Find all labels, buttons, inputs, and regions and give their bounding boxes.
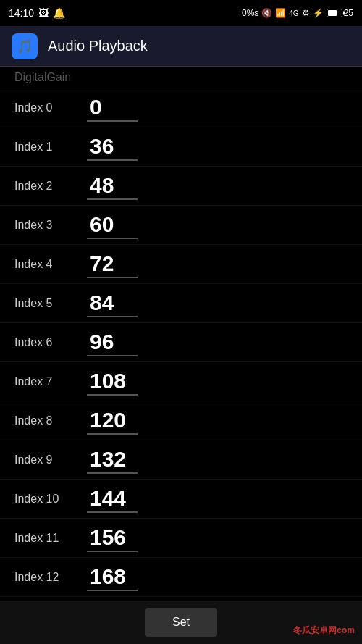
item-label: Index 1 bbox=[14, 141, 87, 154]
item-value[interactable]: 48 bbox=[87, 172, 138, 200]
item-label: Index 10 bbox=[14, 493, 87, 506]
list-item[interactable]: Index 12168 bbox=[0, 558, 362, 597]
item-label: Index 9 bbox=[14, 453, 87, 467]
battery-indicator: 25 bbox=[327, 8, 353, 18]
item-value[interactable]: 36 bbox=[87, 133, 138, 161]
list-item[interactable]: Index 8120 bbox=[0, 401, 362, 440]
charge-icon: ⚡ bbox=[313, 8, 324, 18]
item-label: Index 0 bbox=[14, 101, 87, 114]
app-icon: 🎵 bbox=[12, 33, 38, 59]
list-item[interactable]: Index 7108 bbox=[0, 362, 362, 401]
partial-top-label: DigitalGain bbox=[14, 71, 87, 84]
item-value[interactable]: 0 bbox=[87, 93, 138, 122]
item-label: Index 8 bbox=[14, 414, 87, 427]
list-item[interactable]: Index 360 bbox=[0, 206, 362, 245]
item-value[interactable]: 132 bbox=[87, 446, 138, 474]
time-display: 14:10 bbox=[9, 7, 34, 19]
content-area[interactable]: DigitalGain Index 00Index 136Index 248In… bbox=[0, 67, 362, 601]
wifi-icon: 📶 bbox=[275, 8, 286, 18]
items-list: Index 00Index 136Index 248Index 360Index… bbox=[0, 88, 362, 601]
list-item[interactable]: Index 584 bbox=[0, 284, 362, 323]
image-icon: 🖼 bbox=[38, 7, 49, 19]
bottom-bar: Set bbox=[0, 601, 362, 644]
item-label: Index 6 bbox=[14, 336, 87, 349]
list-item[interactable]: Index 248 bbox=[0, 167, 362, 206]
item-label: Index 4 bbox=[14, 258, 87, 271]
item-value[interactable]: 96 bbox=[87, 328, 138, 356]
list-item[interactable]: Index 9132 bbox=[0, 440, 362, 480]
item-label: Index 3 bbox=[14, 219, 87, 232]
item-value[interactable]: 156 bbox=[87, 524, 138, 552]
item-value[interactable]: 72 bbox=[87, 250, 138, 278]
item-value[interactable]: 84 bbox=[87, 289, 138, 317]
item-value[interactable]: 168 bbox=[87, 563, 138, 591]
list-item[interactable]: Index 11156 bbox=[0, 519, 362, 558]
mute-icon: 🔇 bbox=[261, 8, 272, 18]
app-icon-symbol: 🎵 bbox=[17, 38, 33, 54]
status-bar-right: 0%s 🔇 📶 4G ⚙ ⚡ 25 bbox=[242, 8, 353, 18]
item-value[interactable]: 60 bbox=[87, 211, 138, 239]
set-button[interactable]: Set bbox=[145, 608, 217, 637]
battery-percent: 25 bbox=[344, 8, 353, 18]
item-value[interactable]: 120 bbox=[87, 406, 138, 435]
app-title: Audio Playback bbox=[48, 38, 148, 54]
list-item[interactable]: Index 00 bbox=[0, 88, 362, 127]
notification-icon: 🔔 bbox=[53, 7, 65, 19]
settings-icon: ⚙ bbox=[302, 8, 310, 18]
item-label: Index 12 bbox=[14, 571, 87, 584]
network-icon: 4G bbox=[289, 9, 298, 17]
status-bar-left: 14:10 🖼 🔔 bbox=[9, 7, 65, 19]
list-item[interactable]: Index 472 bbox=[0, 245, 362, 284]
list-item[interactable]: Index 136 bbox=[0, 127, 362, 167]
list-item[interactable]: Index 696 bbox=[0, 323, 362, 362]
item-label: Index 11 bbox=[14, 532, 87, 545]
partial-top-item: DigitalGain bbox=[0, 67, 362, 88]
signal-display: 0%s bbox=[242, 8, 258, 18]
item-label: Index 7 bbox=[14, 375, 87, 388]
item-label: Index 5 bbox=[14, 297, 87, 310]
list-item[interactable]: Index 10144 bbox=[0, 480, 362, 519]
status-bar: 14:10 🖼 🔔 0%s 🔇 📶 4G ⚙ ⚡ 25 bbox=[0, 0, 362, 26]
item-value[interactable]: 144 bbox=[87, 485, 138, 513]
item-value[interactable]: 108 bbox=[87, 367, 138, 396]
app-bar: 🎵 Audio Playback bbox=[0, 26, 362, 67]
item-label: Index 2 bbox=[14, 180, 87, 193]
